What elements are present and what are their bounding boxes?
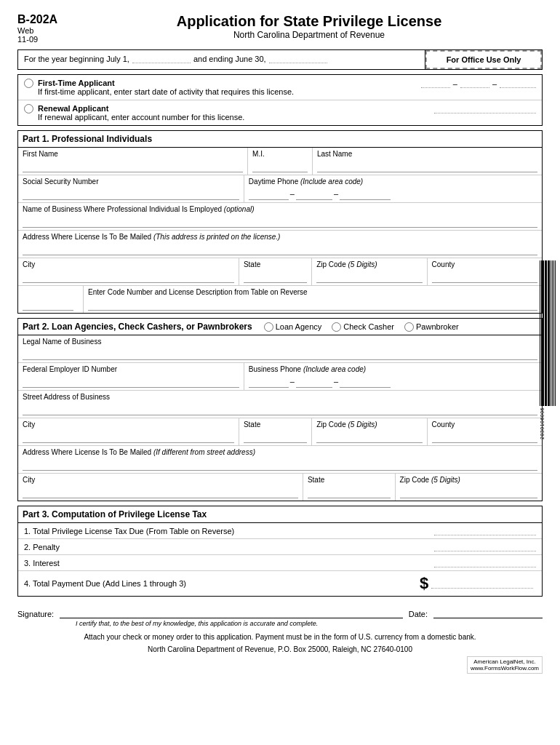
- ssn-phone-row: Social Security Number Daytime Phone (In…: [18, 175, 542, 203]
- mail-address-input[interactable]: [23, 458, 537, 471]
- part3-line2-input[interactable]: [434, 542, 536, 551]
- renewal-radio[interactable]: [24, 104, 33, 113]
- title-center: Application for State Privilege License …: [76, 13, 543, 40]
- ssn-input[interactable]: [23, 187, 239, 200]
- form-id-main: B-202A: [17, 13, 76, 26]
- first-time-row: First-Time Applicant If first-time appli…: [18, 75, 542, 100]
- code-number-input[interactable]: [23, 298, 73, 311]
- ssn-block: Social Security Number: [18, 175, 244, 202]
- mail-state-input[interactable]: [308, 485, 391, 498]
- signature-underline: [60, 604, 403, 618]
- form-id-block: B-202A Web 11-09: [17, 13, 76, 44]
- biz-phone-number-input[interactable]: [340, 375, 391, 388]
- legal-name-input[interactable]: [23, 347, 537, 360]
- legal-name-block: Legal Name of Business: [18, 335, 542, 362]
- barcode: 2030106006: [540, 260, 556, 439]
- county-block: County: [428, 258, 542, 285]
- first-time-radio[interactable]: [24, 79, 33, 88]
- year-start-input[interactable]: [132, 54, 191, 63]
- p2-zip-input[interactable]: [316, 430, 422, 443]
- legal-name-row: Legal Name of Business: [18, 335, 542, 363]
- part3-line4-input[interactable]: [431, 579, 533, 589]
- mail-zip-input[interactable]: [400, 485, 537, 498]
- p2-county-input[interactable]: [432, 430, 537, 443]
- mail-city-block: City: [18, 474, 303, 501]
- mail-city-state-zip-row: City State Zip Code (5 Digits): [18, 474, 542, 501]
- business-name-input[interactable]: [23, 215, 537, 228]
- office-use-row: For the year beginning July 1, and endin…: [17, 49, 543, 70]
- pawnbroker-opt: Pawnbroker: [404, 322, 459, 332]
- first-time-dd[interactable]: [460, 79, 489, 88]
- last-name-block: Last Name: [313, 148, 542, 175]
- part3-line2-row: 2. Penalty: [18, 539, 542, 555]
- part1-section: Part 1. Professional Individuals First N…: [17, 130, 543, 314]
- part3-line1-row: 1. Total Privilege License Tax Due (From…: [18, 523, 542, 539]
- street-input[interactable]: [23, 402, 537, 415]
- fein-phone-row: Federal Employer ID Number Business Phon…: [18, 363, 542, 391]
- part3-line1-input[interactable]: [434, 526, 536, 535]
- mi-input[interactable]: [252, 159, 308, 172]
- business-name-label: Name of Business Where Professional Indi…: [23, 205, 537, 213]
- fein-input[interactable]: [23, 375, 239, 388]
- p2-city-input[interactable]: [23, 430, 234, 443]
- loan-agency-radio[interactable]: [264, 322, 273, 332]
- address-block: Address Where License Is To Be Mailed (T…: [18, 231, 542, 258]
- zip-input[interactable]: [316, 270, 422, 283]
- city-label: City: [23, 260, 234, 268]
- phone-number-input[interactable]: [340, 187, 391, 200]
- header: B-202A Web 11-09 Application for State P…: [17, 13, 543, 44]
- signature-area: Signature: Date: I certify that, to the …: [17, 604, 543, 674]
- part3-line3-row: 3. Interest: [18, 555, 542, 571]
- part2-section: Part 2. Loan Agencies, Check Cashers, or…: [17, 318, 543, 501]
- biz-phone-exchange-input[interactable]: [296, 375, 332, 388]
- part3-line2-amount: [420, 542, 536, 551]
- p2-state-input[interactable]: [244, 430, 307, 443]
- zip-label: Zip Code (5 Digits): [316, 260, 422, 268]
- phone-area-input[interactable]: [249, 187, 289, 200]
- part1-header: Part 1. Professional Individuals: [18, 131, 542, 148]
- check-casher-radio[interactable]: [332, 322, 341, 332]
- phone-exchange-input[interactable]: [296, 187, 332, 200]
- p2-state-block: State: [239, 418, 312, 445]
- first-time-mm[interactable]: [421, 79, 450, 88]
- signature-label: Signature:: [17, 610, 54, 618]
- pawnbroker-radio[interactable]: [404, 322, 414, 332]
- year-end-input[interactable]: [269, 54, 327, 63]
- part3-line3-input[interactable]: [434, 558, 536, 567]
- biz-phone-label: Business Phone (Include area code): [249, 365, 537, 373]
- footer-logo: American LegalNet, Inc. www.FormsWorkFlo…: [17, 656, 543, 674]
- mail-city-input[interactable]: [23, 485, 298, 498]
- year-prefix: For the year beginning July 1,: [24, 55, 129, 63]
- first-name-label: First Name: [23, 150, 243, 158]
- check-casher-label: Check Casher: [343, 322, 394, 331]
- mail-address-row: Address Where License Is To Be Mailed (I…: [18, 446, 542, 474]
- address-label: Address Where License Is To Be Mailed (T…: [23, 233, 537, 241]
- city-input[interactable]: [23, 270, 234, 283]
- last-name-input[interactable]: [317, 159, 537, 172]
- p2-city-block: City: [18, 418, 239, 445]
- p2-zip-block: Zip Code (5 Digits): [312, 418, 427, 445]
- applicant-type-section: First-Time Applicant If first-time appli…: [17, 74, 543, 126]
- part3-line4-amount: $: [420, 574, 536, 593]
- date-label: Date:: [409, 610, 428, 618]
- logo-line2: www.FormsWorkFlow.com: [471, 665, 539, 672]
- certify-text: I certify that, to the best of my knowle…: [76, 620, 543, 627]
- address-input[interactable]: [23, 242, 537, 255]
- code-desc-input[interactable]: [88, 298, 537, 311]
- biz-phone-area-input[interactable]: [249, 375, 289, 388]
- name-row: First Name M.I. Last Name: [18, 148, 542, 175]
- county-input[interactable]: [432, 270, 537, 283]
- state-input[interactable]: [244, 270, 307, 283]
- renewal-account-input[interactable]: [434, 104, 536, 113]
- part3-line2-label: 2. Penalty: [24, 543, 420, 551]
- first-name-input[interactable]: [23, 159, 243, 172]
- code-label-spacer: [23, 288, 79, 296]
- part3-line1-amount: [420, 526, 536, 535]
- first-time-yyyy[interactable]: [500, 79, 536, 88]
- part2-header: Part 2. Loan Agencies, Check Cashers, or…: [18, 319, 542, 335]
- business-name-block: Name of Business Where Professional Indi…: [18, 203, 542, 230]
- year-middle: and ending June 30,: [193, 55, 266, 63]
- mail-address-label: Address Where License Is To Be Mailed (I…: [23, 448, 537, 456]
- part3-header: Part 3. Computation of Privilege License…: [18, 506, 542, 523]
- part3-section: Part 3. Computation of Privilege License…: [17, 506, 543, 597]
